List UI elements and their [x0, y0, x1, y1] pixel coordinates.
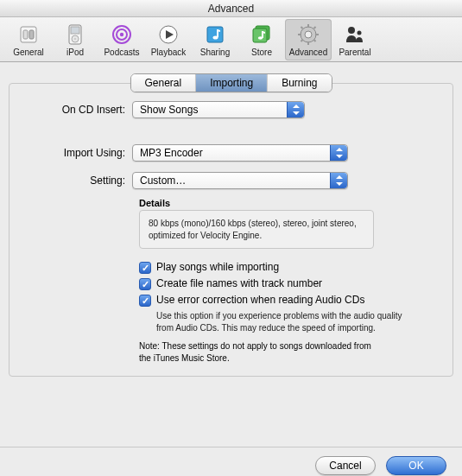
checkbox-play-while-importing-label: Play songs while importing — [156, 261, 279, 273]
select-on-cd-insert-value: Show Songs — [140, 104, 198, 116]
checkbox-filenames-with-track-label: Create file names with track number — [156, 277, 322, 289]
settings-group: General Importing Burning On CD Insert: … — [9, 83, 453, 377]
checkbox-error-correction-label: Use error correction when reading Audio … — [156, 294, 364, 306]
switch-icon — [17, 23, 40, 46]
details-title: Details — [139, 198, 432, 208]
label-setting: Setting: — [30, 175, 132, 187]
ipod-icon — [64, 23, 86, 46]
svg-point-28 — [358, 30, 362, 35]
updown-icon — [330, 173, 347, 188]
checkbox-filenames-with-track[interactable] — [139, 278, 151, 290]
select-setting-value: Custom… — [140, 175, 186, 187]
checkbox-error-correction[interactable] — [139, 295, 151, 307]
svg-marker-32 — [336, 155, 343, 158]
toolbar-label-parental: Parental — [339, 48, 370, 57]
svg-marker-30 — [293, 111, 300, 115]
tab-general[interactable]: General — [130, 74, 196, 92]
details-body: 80 kbps (mono)/160 kbps (stereo), stereo… — [139, 210, 374, 249]
bottom-bar: Cancel OK — [0, 447, 462, 476]
footer-note: Note: These settings do not apply to son… — [139, 340, 385, 364]
select-setting[interactable]: Custom… — [132, 172, 348, 189]
music-note-stack-icon — [250, 23, 273, 46]
label-import-using: Import Using: — [30, 147, 132, 159]
svg-point-16 — [258, 36, 263, 40]
tab-importing[interactable]: Importing — [196, 74, 268, 92]
svg-marker-31 — [336, 148, 343, 151]
label-on-cd-insert: On CD Insert: — [30, 104, 132, 116]
error-correction-help: Use this option if you experience proble… — [156, 310, 402, 333]
toolbar-item-general[interactable]: General — [5, 19, 52, 60]
toolbar-label-general: General — [13, 48, 44, 57]
select-import-using-value: MP3 Encoder — [140, 147, 203, 159]
svg-point-6 — [74, 37, 77, 40]
svg-rect-20 — [298, 34, 301, 35]
toolbar-item-ipod[interactable]: iPod — [52, 19, 98, 60]
toolbar-label-store: Store — [251, 48, 272, 57]
svg-point-26 — [305, 31, 312, 38]
svg-marker-29 — [293, 105, 300, 108]
toolbar-label-ipod: iPod — [66, 48, 84, 57]
tabstrip: General Importing Burning — [130, 73, 332, 92]
svg-rect-4 — [71, 27, 79, 34]
content-area: General Importing Burning On CD Insert: … — [0, 62, 462, 438]
svg-marker-34 — [336, 182, 343, 186]
svg-rect-12 — [207, 27, 223, 42]
tab-burning[interactable]: Burning — [268, 74, 331, 92]
checkbox-play-while-importing[interactable] — [139, 262, 151, 274]
select-on-cd-insert[interactable]: Show Songs — [132, 101, 305, 118]
music-note-icon — [204, 23, 226, 46]
toolbar-label-advanced: Advanced — [289, 48, 327, 57]
svg-rect-21 — [315, 34, 319, 35]
toolbar-item-parental[interactable]: Parental — [332, 19, 378, 60]
svg-rect-19 — [307, 41, 309, 45]
toolbar-item-podcasts[interactable]: Podcasts — [98, 19, 145, 60]
gear-icon — [297, 23, 320, 46]
preferences-toolbar: General iPod Podcasts Playback Sharing S… — [0, 17, 462, 62]
play-icon — [157, 23, 180, 46]
toolbar-label-sharing: Sharing — [200, 48, 230, 57]
svg-point-9 — [120, 32, 123, 35]
people-icon — [344, 23, 366, 46]
toolbar-item-advanced[interactable]: Advanced — [285, 19, 332, 60]
cancel-button[interactable]: Cancel — [315, 456, 376, 475]
svg-rect-2 — [29, 30, 34, 39]
updown-icon — [330, 145, 347, 161]
toolbar-label-playback: Playback — [151, 48, 187, 57]
svg-point-13 — [213, 35, 218, 39]
window-title: Advanced — [0, 0, 462, 17]
updown-icon — [287, 102, 304, 117]
ok-button[interactable]: OK — [386, 456, 446, 475]
podcasts-icon — [111, 23, 133, 46]
svg-marker-33 — [336, 175, 343, 179]
toolbar-item-sharing[interactable]: Sharing — [192, 19, 238, 60]
svg-rect-18 — [307, 24, 309, 28]
select-import-using[interactable]: MP3 Encoder — [132, 144, 348, 162]
svg-rect-15 — [253, 29, 267, 42]
toolbar-item-playback[interactable]: Playback — [145, 19, 192, 60]
svg-rect-1 — [23, 30, 28, 39]
toolbar-item-store[interactable]: Store — [238, 19, 285, 60]
toolbar-label-podcasts: Podcasts — [104, 48, 139, 57]
svg-point-27 — [348, 27, 355, 34]
